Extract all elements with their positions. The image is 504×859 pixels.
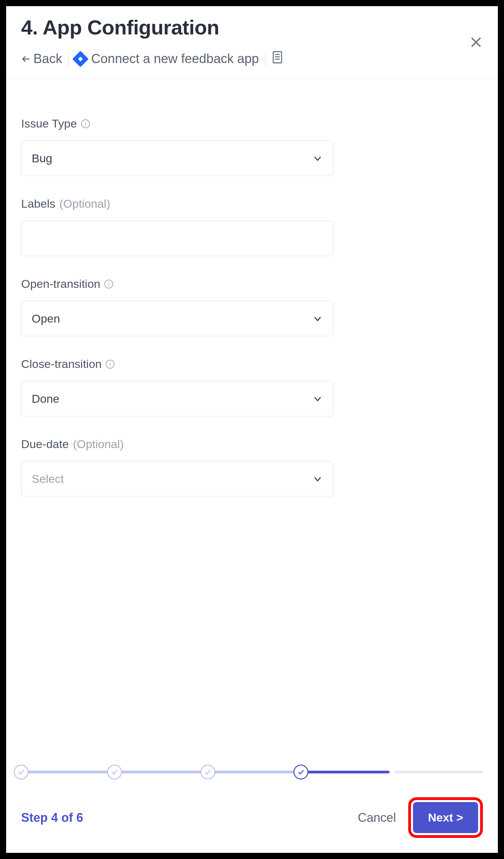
app-config-window: 4. App Configuration Back Connect a new … bbox=[6, 6, 498, 853]
chevron-down-icon bbox=[312, 394, 323, 404]
form-body: Issue Type i Bug Labels (Optional) Open-… bbox=[6, 79, 498, 762]
check-icon bbox=[17, 768, 25, 776]
issue-type-select[interactable]: Bug bbox=[21, 140, 333, 176]
breadcrumb-text: Connect a new feedback app bbox=[91, 51, 259, 66]
check-icon bbox=[297, 768, 305, 776]
open-transition-select[interactable]: Open bbox=[21, 301, 333, 336]
field-close-transition: Close-transition i Done bbox=[21, 357, 333, 416]
field-due-date: Due-date (Optional) Select bbox=[21, 438, 333, 497]
check-icon bbox=[204, 768, 212, 776]
back-label: Back bbox=[33, 51, 62, 66]
divider bbox=[265, 51, 265, 67]
step-node-2 bbox=[107, 765, 122, 780]
field-label: Issue Type i bbox=[21, 117, 333, 130]
field-label: Open-transition i bbox=[21, 277, 333, 291]
close-icon bbox=[469, 35, 483, 49]
document-icon[interactable] bbox=[272, 51, 283, 67]
field-labels: Labels (Optional) bbox=[21, 197, 333, 256]
step-node-3 bbox=[200, 765, 215, 780]
step-segment-1 bbox=[21, 771, 110, 773]
field-issue-type: Issue Type i Bug bbox=[21, 117, 333, 176]
step-node-1 bbox=[14, 765, 29, 780]
header: 4. App Configuration Back Connect a new … bbox=[6, 6, 498, 79]
info-icon[interactable]: i bbox=[104, 280, 113, 288]
field-label: Close-transition i bbox=[21, 357, 333, 371]
cancel-button[interactable]: Cancel bbox=[358, 811, 396, 825]
close-transition-select[interactable]: Done bbox=[21, 381, 333, 416]
stepper bbox=[21, 762, 483, 782]
back-button[interactable]: Back bbox=[21, 51, 62, 66]
step-segment-5 bbox=[394, 771, 483, 773]
due-date-select[interactable]: Select bbox=[21, 461, 333, 497]
check-icon bbox=[111, 768, 118, 776]
breadcrumb-title: Connect a new feedback app bbox=[75, 51, 259, 66]
step-node-4 bbox=[293, 765, 308, 780]
labels-input[interactable] bbox=[21, 221, 333, 256]
divider bbox=[68, 51, 68, 67]
footer-actions: Cancel Next > bbox=[358, 797, 483, 838]
step-segment-2 bbox=[114, 771, 203, 773]
diamond-icon bbox=[72, 50, 89, 67]
select-value: Done bbox=[32, 392, 59, 405]
field-label: Labels (Optional) bbox=[21, 197, 333, 210]
breadcrumb: Back Connect a new feedback app bbox=[21, 51, 483, 67]
close-button[interactable] bbox=[469, 35, 483, 50]
next-highlight: Next > bbox=[408, 797, 483, 838]
page-title: 4. App Configuration bbox=[21, 16, 483, 39]
step-label: Step 4 of 6 bbox=[21, 811, 83, 825]
select-placeholder: Select bbox=[32, 472, 64, 486]
step-segment-4 bbox=[301, 771, 390, 773]
footer-row: Step 4 of 6 Cancel Next > bbox=[21, 797, 483, 838]
footer: Step 4 of 6 Cancel Next > bbox=[6, 762, 498, 853]
field-label: Due-date (Optional) bbox=[21, 438, 333, 451]
chevron-down-icon bbox=[312, 474, 323, 484]
next-button[interactable]: Next > bbox=[413, 802, 478, 833]
step-segment-3 bbox=[208, 771, 296, 773]
chevron-down-icon bbox=[312, 153, 323, 163]
select-value: Open bbox=[32, 312, 60, 325]
chevron-down-icon bbox=[312, 313, 323, 324]
info-icon[interactable]: i bbox=[81, 119, 90, 128]
field-open-transition: Open-transition i Open bbox=[21, 277, 333, 336]
arrow-left-icon bbox=[21, 54, 31, 64]
info-icon[interactable]: i bbox=[106, 360, 114, 369]
select-value: Bug bbox=[32, 152, 52, 165]
